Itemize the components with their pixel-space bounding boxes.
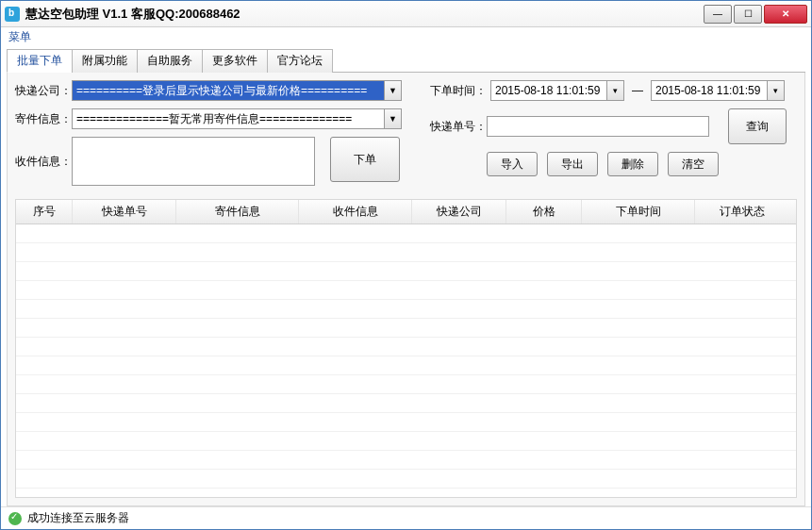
express-company-input[interactable]	[72, 80, 385, 101]
time-from-combo[interactable]: ▾	[490, 80, 624, 101]
table-row	[16, 413, 796, 432]
maximize-button[interactable]: ☐	[734, 5, 762, 24]
dropdown-icon[interactable]: ▼	[385, 80, 402, 101]
menu-item-main[interactable]: 菜单	[8, 30, 31, 43]
table-row	[16, 451, 796, 470]
dropdown-icon[interactable]: ▾	[607, 80, 624, 101]
table-row	[16, 319, 796, 338]
tab-4[interactable]: 官方论坛	[267, 49, 333, 73]
query-button[interactable]: 查询	[728, 108, 787, 144]
table-row	[16, 375, 796, 394]
menubar: 菜单	[1, 27, 811, 46]
table-row	[16, 281, 796, 300]
app-icon	[5, 7, 20, 22]
titlebar: 慧达空包助理 V1.1 客服QQ:200688462 — ☐ ✕	[1, 1, 811, 27]
label-tracking-no: 快递单号：	[430, 119, 487, 135]
express-company-combo[interactable]: ▼	[72, 80, 402, 101]
column-header[interactable]: 下单时间	[582, 200, 695, 224]
label-sender-info: 寄件信息：	[15, 111, 72, 127]
app-window: 慧达空包助理 V1.1 客服QQ:200688462 — ☐ ✕ 菜单 批量下单…	[0, 0, 812, 530]
cloud-ok-icon	[8, 512, 22, 525]
main-panel: 快递公司： ▼ 寄件信息： ▼ 收件信息：	[7, 73, 805, 506]
column-header[interactable]: 订单状态	[695, 200, 789, 224]
sender-info-input[interactable]	[72, 108, 385, 129]
table-row	[16, 300, 796, 319]
table-row	[16, 224, 796, 243]
column-header[interactable]: 价格	[506, 200, 582, 224]
table-body	[16, 224, 796, 498]
close-button[interactable]: ✕	[764, 5, 807, 24]
table-header: 序号快递单号寄件信息收件信息快递公司价格下单时间订单状态	[16, 200, 796, 224]
table-row	[16, 356, 796, 375]
status-text: 成功连接至云服务器	[27, 510, 129, 526]
import-button[interactable]: 导入	[487, 152, 538, 176]
tab-1[interactable]: 附属功能	[72, 49, 138, 73]
sender-info-combo[interactable]: ▼	[72, 108, 402, 129]
column-header[interactable]: 序号	[16, 200, 73, 224]
window-title: 慧达空包助理 V1.1 客服QQ:200688462	[25, 6, 240, 23]
column-header[interactable]: 寄件信息	[176, 200, 299, 224]
clear-button[interactable]: 清空	[668, 152, 719, 176]
time-to-combo[interactable]: ▾	[651, 80, 785, 101]
delete-button[interactable]: 删除	[607, 152, 658, 176]
tab-0[interactable]: 批量下单	[7, 49, 73, 73]
time-dash: —	[628, 84, 647, 97]
column-header[interactable]: 快递单号	[73, 200, 176, 224]
label-recv-info: 收件信息：	[15, 137, 72, 170]
table-row	[16, 470, 796, 489]
column-header[interactable]: 收件信息	[299, 200, 412, 224]
recv-info-textarea[interactable]	[72, 137, 315, 186]
tab-2[interactable]: 自助服务	[137, 49, 203, 73]
label-express-company: 快递公司：	[15, 83, 72, 99]
tabstrip: 批量下单附属功能自助服务更多软件官方论坛	[7, 48, 805, 73]
table-row	[16, 262, 796, 281]
table-row	[16, 243, 796, 262]
column-header[interactable]: 快递公司	[412, 200, 506, 224]
export-button[interactable]: 导出	[547, 152, 598, 176]
tracking-no-input[interactable]	[487, 116, 709, 137]
label-order-time: 下单时间：	[430, 83, 487, 99]
table-row	[16, 338, 796, 356]
dropdown-icon[interactable]: ▾	[768, 80, 785, 101]
time-from-input[interactable]	[490, 80, 607, 101]
place-order-button[interactable]: 下单	[330, 137, 400, 182]
time-to-input[interactable]	[651, 80, 768, 101]
dropdown-icon[interactable]: ▼	[385, 108, 402, 129]
minimize-button[interactable]: —	[704, 5, 732, 24]
tab-3[interactable]: 更多软件	[202, 49, 268, 73]
table-row	[16, 394, 796, 413]
table-row	[16, 432, 796, 451]
statusbar: 成功连接至云服务器	[1, 506, 811, 529]
order-table: 序号快递单号寄件信息收件信息快递公司价格下单时间订单状态	[15, 199, 797, 498]
